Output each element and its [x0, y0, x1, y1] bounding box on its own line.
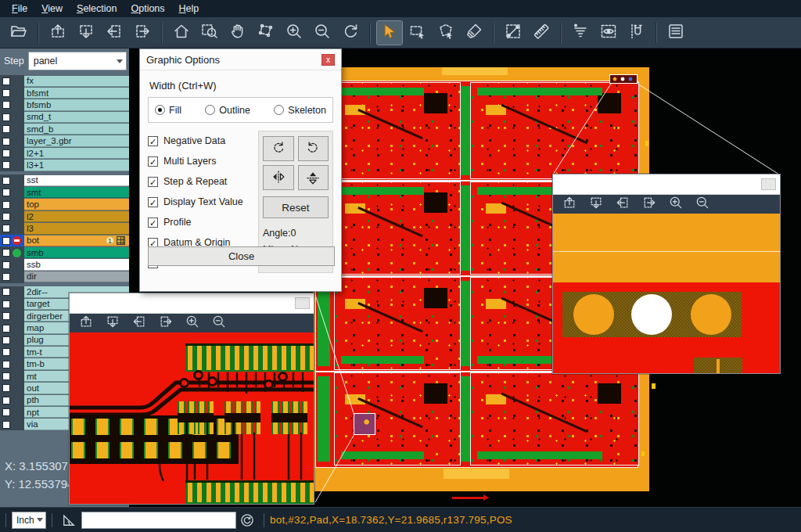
layer-row-ssb[interactable]: ssb: [0, 259, 129, 271]
reset-button[interactable]: Reset: [263, 196, 329, 218]
pcb-board-cell[interactable]: [471, 373, 638, 465]
zoom-polygon-button[interactable]: [253, 21, 278, 45]
layer-label[interactable]: l2: [24, 211, 129, 222]
layer-label[interactable]: l2+1: [24, 148, 129, 159]
move-left-button[interactable]: [612, 196, 633, 213]
layer-row-layer_3.gbr[interactable]: layer_3.gbr: [0, 135, 129, 147]
rotate-ccw-button[interactable]: [298, 136, 329, 161]
clean-brush-button[interactable]: [462, 21, 487, 45]
layer-visibility-checkbox[interactable]: [2, 225, 10, 232]
layer-visibility-checkbox[interactable]: [2, 201, 10, 209]
layer-visibility-checkbox[interactable]: [2, 348, 10, 356]
zoom-in-button[interactable]: [182, 315, 203, 332]
command-input[interactable]: [81, 512, 236, 529]
move-up-button[interactable]: [45, 21, 70, 45]
layer-visibility-checkbox[interactable]: [2, 125, 10, 133]
layer-visibility-checkbox[interactable]: [2, 273, 10, 281]
layer-row-sst[interactable]: sst: [0, 174, 129, 186]
layer-visibility-checkbox[interactable]: [2, 421, 10, 429]
layer-label[interactable]: bfsmb: [24, 99, 129, 110]
checkbox-display-text-value[interactable]: ✓Display Text Value: [148, 192, 258, 212]
layer-visibility-checkbox[interactable]: [2, 149, 10, 157]
layer-visibility-checkbox[interactable]: [2, 372, 10, 380]
zoom-out-button[interactable]: [692, 196, 713, 213]
layer-visibility-checkbox[interactable]: [2, 189, 10, 196]
zoom-target-center[interactable]: [354, 413, 375, 435]
zoom-out-button[interactable]: [209, 315, 229, 332]
window-minimize-button[interactable]: [761, 178, 776, 190]
zoom-in-button[interactable]: [666, 196, 686, 213]
view-options-button[interactable]: [596, 21, 621, 45]
menu-item-options[interactable]: Options: [124, 2, 171, 16]
layer-label[interactable]: sst: [24, 175, 129, 186]
layer-label[interactable]: fx: [24, 76, 129, 87]
zoom-in-button[interactable]: [282, 21, 307, 45]
layer-visibility-checkbox[interactable]: [2, 237, 10, 245]
layer-label[interactable]: smd_b: [24, 124, 129, 135]
move-down-button[interactable]: [102, 315, 123, 332]
zoom-window-button[interactable]: [197, 21, 222, 45]
layer-visibility-checkbox[interactable]: [2, 213, 10, 221]
zoom-target-topright[interactable]: [609, 74, 638, 84]
checkbox-step-repeat[interactable]: ✓Step & Repeat: [148, 171, 258, 192]
zoom-window-left-view[interactable]: [70, 332, 314, 504]
layer-visibility-checkbox[interactable]: [2, 77, 10, 85]
layer-label[interactable]: ssb: [24, 259, 129, 270]
pcb-board-cell[interactable]: [335, 182, 460, 274]
layer-visibility-checkbox[interactable]: [2, 249, 10, 257]
checkbox-negative-data[interactable]: ✓Negative Data: [148, 131, 258, 151]
move-up-button[interactable]: [559, 196, 580, 213]
polygon-select-button[interactable]: [433, 21, 458, 45]
layer-row-bot[interactable]: bot1: [0, 235, 129, 246]
layer-row-smd_t[interactable]: smd_t: [0, 111, 129, 123]
layer-label[interactable]: bfsmt: [24, 88, 129, 99]
pcb-board-cell[interactable]: [471, 83, 638, 178]
menu-item-view[interactable]: View: [34, 2, 70, 16]
layer-row-dir[interactable]: dir: [0, 271, 129, 282]
move-down-button[interactable]: [586, 196, 606, 213]
radio-fill[interactable]: Fill: [155, 105, 181, 116]
layer-label[interactable]: top: [24, 199, 129, 210]
layer-visibility-checkbox[interactable]: [2, 300, 10, 308]
layer-row-smt[interactable]: smt: [0, 187, 129, 199]
layer-visibility-checkbox[interactable]: [2, 361, 10, 368]
layer-visibility-checkbox[interactable]: [2, 397, 10, 404]
layer-visibility-checkbox[interactable]: [2, 177, 10, 185]
layer-row-smb[interactable]: smb: [0, 246, 129, 258]
window-minimize-button[interactable]: [295, 297, 310, 309]
layer-visibility-checkbox[interactable]: [2, 408, 10, 416]
radio-outline[interactable]: Outline: [205, 105, 250, 116]
layer-visibility-checkbox[interactable]: [2, 113, 10, 121]
layer-row-fx[interactable]: fx: [0, 75, 129, 87]
rect-select-button[interactable]: [405, 21, 430, 45]
filter-button[interactable]: [568, 21, 593, 45]
layer-row-l3+1[interactable]: l3+1: [0, 160, 129, 171]
move-down-button[interactable]: [74, 21, 99, 45]
layer-row-bfsmt[interactable]: bfsmt: [0, 87, 129, 99]
dialog-titlebar[interactable]: Graphic Options x: [140, 49, 341, 70]
zoom-window-right-titlebar[interactable]: [553, 174, 780, 195]
pan-hand-button[interactable]: [225, 21, 250, 45]
layer-label[interactable]: l3: [24, 223, 129, 234]
open-folder-button[interactable]: [6, 21, 31, 45]
layer-row-l2[interactable]: l2: [0, 210, 129, 222]
move-right-button[interactable]: [130, 21, 155, 45]
pcb-board-cell[interactable]: [335, 278, 460, 369]
layer-visibility-checkbox[interactable]: [2, 336, 10, 344]
zoom-window-left-titlebar[interactable]: [70, 293, 314, 314]
layer-label[interactable]: l3+1: [24, 160, 129, 171]
layer-visibility-checkbox[interactable]: [2, 161, 10, 169]
menu-item-file[interactable]: File: [5, 2, 34, 16]
layer-label[interactable]: layer_3.gbr: [24, 135, 129, 146]
layer-visibility-checkbox[interactable]: [2, 89, 10, 97]
layer-row-l2+1[interactable]: l2+1: [0, 147, 129, 159]
rotate-cw-button[interactable]: [263, 136, 294, 161]
move-left-button[interactable]: [129, 315, 149, 332]
move-left-button[interactable]: [102, 21, 127, 45]
flip-vertical-button[interactable]: [298, 165, 329, 190]
layer-visibility-checkbox[interactable]: [2, 101, 10, 109]
zoom-out-button[interactable]: [310, 21, 335, 45]
layer-visibility-checkbox[interactable]: [2, 138, 10, 146]
move-right-button[interactable]: [639, 196, 659, 213]
zoom-previous-button[interactable]: [338, 21, 363, 45]
